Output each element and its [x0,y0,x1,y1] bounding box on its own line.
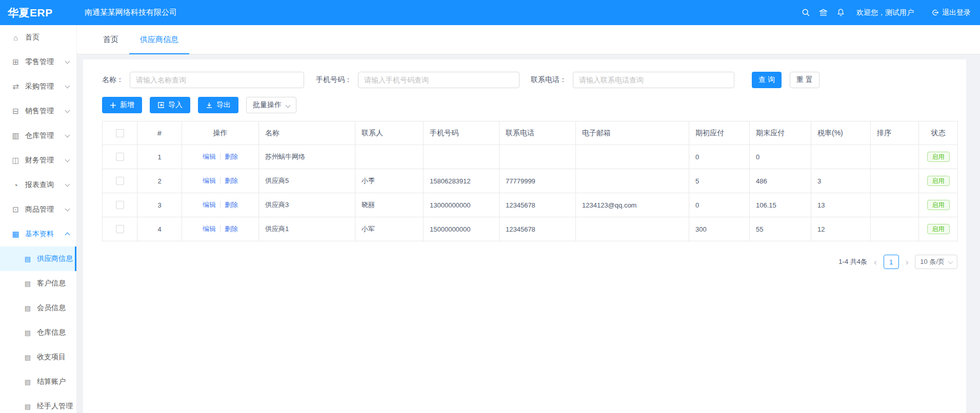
cell-end-payable: 55 [750,217,811,241]
select-all-checkbox[interactable] [116,129,124,137]
cell-sort [871,169,919,193]
page-1-button[interactable]: 1 [884,255,899,269]
logout-label: 退出登录 [942,8,971,17]
cell-tel: 77779999 [499,169,576,193]
phone-filter-label: 手机号码： [316,75,352,85]
edit-link[interactable]: 编辑 [203,177,216,184]
tab-supplier-info[interactable]: 供应商信息 [129,25,189,54]
home-icon: ⌂ [11,33,20,42]
import-label: 导入 [168,100,183,110]
filter-bar: 名称： 手机号码： 联系电话： 查 询 重 置 [102,72,957,88]
phone-search-input[interactable] [358,72,519,88]
col-email: 电子邮箱 [576,121,689,145]
page-size-select[interactable]: 10 条/页 [915,255,957,269]
sidebar-item-retail[interactable]: ⊞ 零售管理 [0,50,76,74]
tab-home[interactable]: 首页 [92,25,129,54]
content-background: 名称： 手机号码： 联系电话： 查 询 重 置 新增 [77,54,980,413]
sidebar-item-warehouse[interactable]: ▥ 仓库管理 [0,123,76,148]
sidebar-item-reports[interactable]: ◔ 报表查询 [0,173,76,197]
next-page-button[interactable]: › [904,258,910,266]
delete-link[interactable]: 删除 [225,201,238,209]
sidebar-item-purchase[interactable]: ⇄ 采购管理 [0,74,76,99]
edit-link[interactable]: 编辑 [203,153,216,160]
warehouse-icon: ▥ [11,131,20,140]
search-icon[interactable] [797,0,814,25]
row-checkbox[interactable] [116,201,124,209]
logout-button[interactable]: 退出登录 [931,8,971,17]
search-button[interactable]: 查 询 [752,72,782,88]
sidebar-item-home[interactable]: ⌂ 首页 [0,25,76,50]
list-icon: ▤ [24,280,32,287]
divider [220,225,221,232]
tel-filter-label: 联系电话： [531,75,567,85]
sidebar-item-label: 商品管理 [25,205,54,214]
col-contact: 联系人 [355,121,424,145]
sidebar-subitem-member-info[interactable]: ▤ 会员信息 [0,296,76,320]
delete-link[interactable]: 删除 [225,225,238,233]
cell-tax-rate: 13 [811,193,871,217]
list-icon: ▤ [24,354,32,361]
sidebar-subitem-income-expense[interactable]: ▤ 收支项目 [0,345,76,369]
cell-operations: 编辑删除 [182,193,259,217]
sidebar-subitem-label: 仓库信息 [37,328,66,337]
sidebar-subitem-supplier-info[interactable]: ▤ 供应商信息 [0,246,76,271]
table-row: 4 编辑删除 供应商1 小军 15000000000 12345678 300 … [103,217,958,241]
cell-phone: 13000000000 [424,193,499,217]
row-checkbox[interactable] [116,153,124,161]
name-search-input[interactable] [130,72,304,88]
import-button[interactable]: 导入 [150,97,190,113]
cell-phone: 15806283912 [424,169,499,193]
cell-end-payable: 486 [750,169,811,193]
edit-link[interactable]: 编辑 [203,201,216,209]
sidebar-item-base-data[interactable]: ▦ 基本资料 [0,222,76,246]
edit-link[interactable]: 编辑 [203,225,216,233]
cell-email [576,217,689,241]
company-name: 南通某某网络科技有限公司 [85,8,177,17]
tel-search-input[interactable] [573,72,734,88]
sidebar-item-goods[interactable]: ⊡ 商品管理 [0,197,76,222]
list-icon: ▤ [24,304,32,312]
sidebar-item-finance[interactable]: ◫ 财务管理 [0,148,76,173]
col-end-payable: 期末应付 [750,121,811,145]
sidebar-item-sales[interactable]: ⊟ 销售管理 [0,99,76,123]
table-row: 3 编辑删除 供应商3 晓丽 13000000000 12345678 1234… [103,193,958,217]
divider [220,177,221,184]
sidebar-subitem-label: 收支项目 [37,353,66,362]
sidebar-subitem-settlement-account[interactable]: ▤ 结算账户 [0,369,76,394]
sidebar-subitem-warehouse-info[interactable]: ▤ 仓库信息 [0,320,76,345]
status-badge: 启用 [927,224,950,234]
cell-name: 供应商5 [259,169,355,193]
app-logo[interactable]: 华夏ERP [0,6,77,20]
row-checkbox[interactable] [116,177,124,185]
cell-index: 3 [137,193,182,217]
purchase-icon: ⇄ [11,82,20,91]
delete-link[interactable]: 删除 [225,177,238,184]
cell-operations: 编辑删除 [182,217,259,241]
chevron-down-icon [65,84,70,89]
divider [220,153,221,160]
prev-page-button[interactable]: ‹ [872,258,878,266]
sidebar-subitem-customer-info[interactable]: ▤ 客户信息 [0,271,76,296]
chevron-down-icon [65,157,70,162]
pie-chart-icon: ◔ [11,181,20,190]
add-button[interactable]: 新增 [102,97,142,113]
chevron-up-icon [65,233,70,238]
sidebar-subitem-label: 结算账户 [37,377,66,386]
table-row: 1 编辑删除 苏州蜗牛网络 0 0 启用 [103,145,958,169]
chevron-down-icon [65,59,70,64]
row-checkbox[interactable] [116,225,124,233]
platform-icon[interactable] [814,0,832,25]
cell-tel: 12345678 [499,193,576,217]
download-icon [206,101,213,109]
sidebar-item-label: 零售管理 [25,57,54,67]
col-tel: 联系电话 [499,121,576,145]
sidebar-subitem-label: 供应商信息 [37,254,73,263]
sidebar-item-label: 报表查询 [25,180,54,190]
delete-link[interactable]: 删除 [225,153,238,160]
batch-actions-dropdown[interactable]: 批量操作 [246,97,296,113]
bell-icon[interactable] [832,0,849,25]
sidebar-subitem-handler-management[interactable]: ▤ 经手人管理 [0,394,76,413]
export-button[interactable]: 导出 [198,97,238,113]
reset-button[interactable]: 重 置 [790,72,819,88]
tab-bar: 首页 供应商信息 [77,25,980,54]
